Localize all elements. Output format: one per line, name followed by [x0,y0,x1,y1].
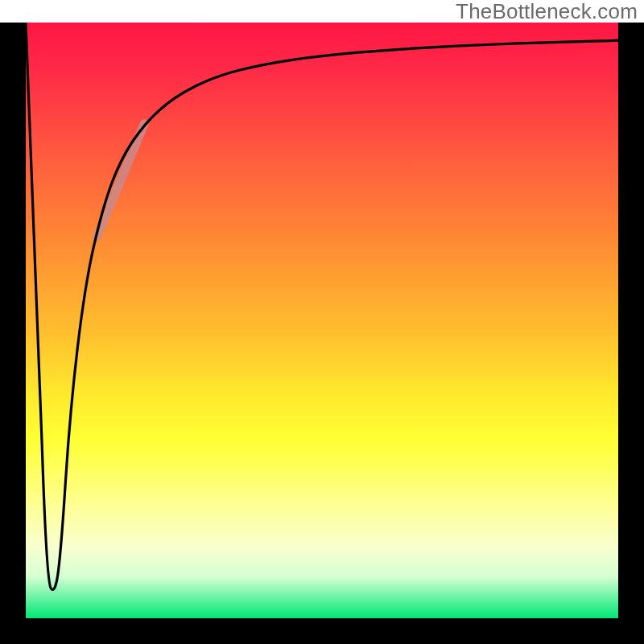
plot-area [26,23,618,618]
watermark-text: TheBottleneck.com [456,0,638,23]
curve-svg [26,23,618,618]
plot-frame [0,23,644,644]
bottleneck-curve [26,23,618,589]
curve-highlight [97,124,144,237]
chart-frame: TheBottleneck.com [0,0,644,644]
